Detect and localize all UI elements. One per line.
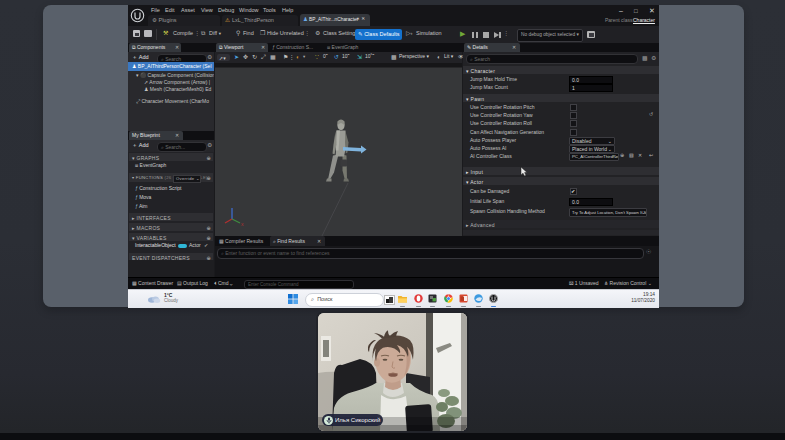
svg-text:x: x [241, 221, 244, 227]
